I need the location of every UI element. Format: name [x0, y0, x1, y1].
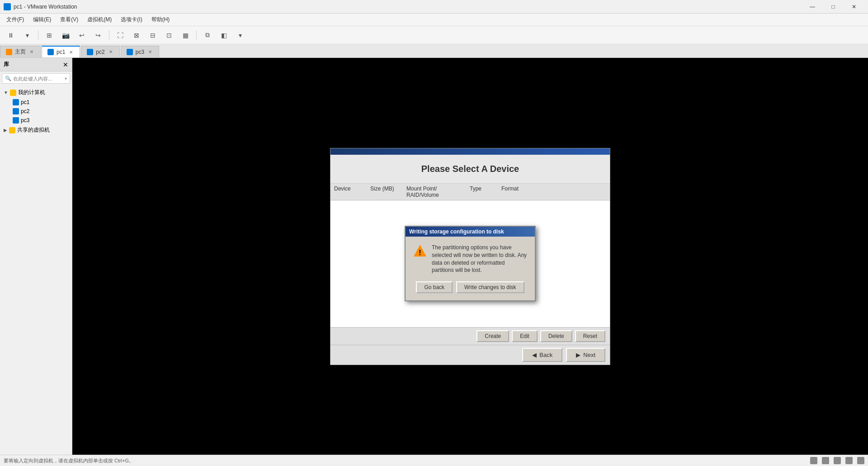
folder-icon [10, 90, 16, 96]
col-header-device: Device [334, 185, 361, 198]
content-area: Please Select A Device Device Size (MB) … [72, 58, 868, 455]
tab-pc3[interactable]: pc3 ✕ [121, 46, 159, 57]
send-key-button[interactable]: ⊞ [42, 29, 57, 42]
vm-icon-pc1 [13, 99, 19, 105]
search-input[interactable] [13, 76, 65, 81]
tab-home-label: 主页 [15, 48, 26, 56]
sidebar-item-pc2[interactable]: pc2 [11, 107, 70, 116]
menu-help[interactable]: 帮助(H) [147, 14, 175, 25]
tab-pc3-close[interactable]: ✕ [147, 49, 153, 55]
fit-button[interactable]: ⊡ [162, 29, 176, 42]
display-button[interactable]: ◧ [217, 29, 231, 42]
pc1-tab-icon [47, 49, 54, 55]
menubar: 文件(F) 编辑(E) 查看(V) 虚拟机(M) 选项卡(I) 帮助(H) [0, 14, 868, 26]
display-dropdown-button[interactable]: ▾ [233, 29, 247, 42]
restore-snapshot-button[interactable]: ↩ [75, 29, 89, 42]
status-icon-3 [834, 457, 841, 464]
sidebar-item-pc1[interactable]: pc1 [11, 98, 70, 107]
menu-vm[interactable]: 虚拟机(M) [83, 14, 116, 25]
pc3-label: pc3 [21, 117, 29, 124]
menu-view[interactable]: 查看(V) [56, 14, 83, 25]
pause-button[interactable]: ⏸ [4, 29, 18, 42]
vm-footer: Create Edit Delete Reset ◀ Back ▶ Next [330, 327, 610, 365]
reset-button[interactable]: Reset [575, 330, 605, 342]
delete-button[interactable]: Delete [540, 330, 572, 342]
next-nav-button[interactable]: ▶ Next [566, 348, 605, 362]
window-controls: — □ ✕ [802, 0, 864, 14]
fullscreen-button[interactable]: ⛶ [113, 29, 127, 42]
tab-home[interactable]: 主页 ✕ [0, 46, 41, 57]
dialog-message: The partitioning options you have select… [432, 244, 528, 274]
statusbar-right [810, 457, 864, 464]
status-icon-1 [810, 457, 817, 464]
sidebar-tree: ▼ 我的计算机 pc1 pc2 pc3 ▶ [0, 86, 72, 137]
dialog-title: Writing storage configuration to disk [409, 228, 504, 235]
tree-shared-expand-icon: ▶ [4, 128, 7, 133]
sidebar-children: pc1 pc2 pc3 [2, 98, 70, 125]
warning-icon: ! [413, 244, 427, 258]
col-header-size: Size (MB) [370, 185, 397, 198]
view-button[interactable]: ⊟ [146, 29, 160, 42]
tab-home-close[interactable]: ✕ [28, 49, 35, 55]
close-button[interactable]: ✕ [844, 0, 864, 14]
manage-snapshots-button[interactable]: ↪ [91, 29, 105, 42]
minimize-button[interactable]: — [802, 0, 823, 14]
vm-nav-buttons: ◀ Back ▶ Next [330, 345, 610, 365]
toolbar: ⏸ ▾ ⊞ 📷 ↩ ↪ ⛶ ⊠ ⊟ ⊡ ▦ ⧉ ◧ ▾ [0, 26, 868, 44]
write-changes-button[interactable]: Write changes to disk [456, 281, 524, 293]
main-layout: 库 ✕ 🔍 ▾ ▼ 我的计算机 pc1 pc2 [0, 58, 868, 455]
sidebar: 库 ✕ 🔍 ▾ ▼ 我的计算机 pc1 pc2 [0, 58, 72, 455]
vm-body: Writing storage configuration to disk ! [330, 200, 610, 327]
vm-action-buttons: Create Edit Delete Reset [330, 328, 610, 345]
my-computers-label: 我的计算机 [18, 89, 45, 96]
tab-pc1[interactable]: pc1 ✕ [42, 46, 80, 57]
tab-pc1-label: pc1 [57, 49, 65, 55]
col-header-mount: Mount Point/ RAID/Volume [406, 185, 461, 198]
tab-pc1-close[interactable]: ✕ [68, 49, 74, 55]
vm-content: Please Select A Device Device Size (MB) … [330, 155, 610, 365]
sidebar-item-shared-vms[interactable]: ▶ 共享的虚拟机 [2, 125, 70, 135]
snapshot-button[interactable]: 📷 [58, 29, 73, 42]
tab-pc2-close[interactable]: ✕ [108, 49, 114, 55]
search-dropdown-icon[interactable]: ▾ [65, 76, 67, 81]
titlebar: pc1 - VMware Workstation — □ ✕ [0, 0, 868, 14]
vm-table-header: Device Size (MB) Mount Point/ RAID/Volum… [330, 184, 610, 200]
dialog-buttons: Go back Write changes to disk [413, 281, 528, 293]
unity-button[interactable]: ⊠ [129, 29, 144, 42]
write-storage-dialog: Writing storage configuration to disk ! [405, 226, 536, 301]
pc1-label: pc1 [21, 99, 29, 105]
status-icon-4 [845, 457, 853, 464]
pause-dropdown-button[interactable]: ▾ [20, 29, 34, 42]
autofit-button[interactable]: ⧉ [200, 29, 215, 42]
toolbar-separator-1 [38, 30, 38, 40]
back-nav-button[interactable]: ◀ Back [522, 348, 562, 362]
menu-edit[interactable]: 编辑(E) [28, 14, 56, 25]
maximize-button[interactable]: □ [823, 0, 844, 14]
sidebar-header: 库 ✕ [0, 58, 72, 71]
edit-button[interactable]: Edit [512, 330, 538, 342]
sidebar-item-pc3[interactable]: pc3 [11, 116, 70, 125]
search-icon: 🔍 [5, 76, 11, 81]
create-button[interactable]: Create [476, 330, 509, 342]
menu-file[interactable]: 文件(F) [2, 14, 28, 25]
tabbar: 主页 ✕ pc1 ✕ pc2 ✕ pc3 ✕ [0, 44, 868, 58]
sidebar-title: 库 [4, 61, 9, 68]
sidebar-search-box[interactable]: 🔍 ▾ [2, 73, 70, 84]
toolbar-separator-3 [196, 30, 197, 40]
status-icon-2 [822, 457, 829, 464]
toolbar-separator-2 [109, 30, 109, 40]
statusbar-message: 要将输入定向到虚拟机，请在虚拟机内部单击或按 Ctrl+G。 [4, 457, 134, 464]
dialog-content: ! The partitioning options you have sele… [413, 244, 528, 274]
sidebar-item-my-computers[interactable]: ▼ 我的计算机 [2, 87, 70, 98]
menu-tabs[interactable]: 选项卡(I) [116, 14, 146, 25]
go-back-button[interactable]: Go back [416, 281, 453, 293]
tab-pc3-label: pc3 [136, 49, 144, 55]
tab-pc2[interactable]: pc2 ✕ [81, 46, 119, 57]
sidebar-close-icon[interactable]: ✕ [63, 61, 68, 68]
back-arrow-icon: ◀ [532, 352, 537, 358]
col-header-format: Format [501, 185, 528, 198]
vm-title-section: Please Select A Device [330, 155, 610, 184]
pc2-tab-icon [87, 49, 93, 55]
fit2-button[interactable]: ▦ [178, 29, 193, 42]
vm-window: Please Select A Device Device Size (MB) … [330, 148, 610, 365]
